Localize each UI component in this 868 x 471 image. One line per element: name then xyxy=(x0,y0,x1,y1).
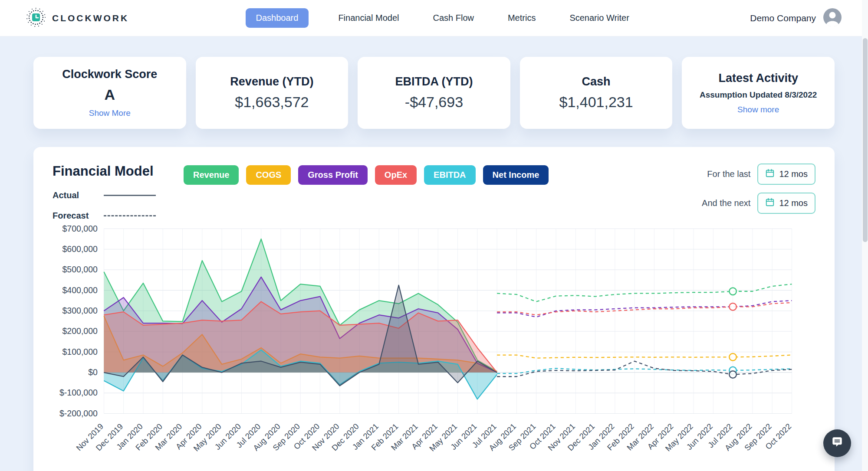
card-ebitda-ytd: EBITDA (YTD) -$47,693 xyxy=(358,57,510,129)
nav-tab-dashboard[interactable]: Dashboard xyxy=(246,8,309,28)
future-period-value: 12 mos xyxy=(779,198,808,208)
actual-label: Actual xyxy=(53,190,92,200)
past-period-label: For the last xyxy=(707,169,750,179)
svg-text:$300,000: $300,000 xyxy=(62,306,98,315)
clockwork-logo[interactable]: CLOCKWORK xyxy=(26,7,129,29)
clockwork-score-value: A xyxy=(105,86,115,103)
series-toggle-gross-profit[interactable]: Gross Profit xyxy=(298,165,368,185)
card-cash: Cash $1,401,231 xyxy=(520,57,673,129)
top-nav-bar: CLOCKWORK Dashboard Financial Model Cash… xyxy=(0,0,868,36)
future-period-label: And the next xyxy=(702,198,750,208)
series-toggle-opex[interactable]: OpEx xyxy=(375,165,417,185)
series-toggle-ebitda[interactable]: EBITDA xyxy=(424,165,475,185)
latest-activity-text: Assumption Updated 8/3/2022 xyxy=(700,90,817,100)
page-scrollbar[interactable] xyxy=(862,0,868,471)
ebitda-ytd-value: -$47,693 xyxy=(405,94,463,111)
scrollbar-thumb[interactable] xyxy=(863,38,868,242)
actual-line-sample xyxy=(104,195,156,196)
svg-text:$600,000: $600,000 xyxy=(62,244,98,254)
company-name: Demo Company xyxy=(750,13,816,23)
show-more-link[interactable]: Show more xyxy=(737,105,779,114)
clockwork-logo-icon xyxy=(26,7,46,29)
financial-model-chart: $-200,000$-100,000$0$100,000$200,000$300… xyxy=(53,223,815,471)
past-period-selector[interactable]: 12 mos xyxy=(757,164,815,185)
svg-text:$100,000: $100,000 xyxy=(62,347,98,357)
svg-text:$0: $0 xyxy=(88,367,98,377)
main-navigation: Dashboard Financial Model Cash Flow Metr… xyxy=(129,8,750,28)
svg-text:$400,000: $400,000 xyxy=(62,285,98,295)
nav-tab-cash-flow[interactable]: Cash Flow xyxy=(428,8,478,28)
card-title: Revenue (YTD) xyxy=(230,75,313,88)
card-clockwork-score: Clockwork Score A Show More xyxy=(33,57,186,129)
svg-text:$700,000: $700,000 xyxy=(62,224,98,233)
series-toggle-net-income[interactable]: Net Income xyxy=(483,165,549,185)
card-latest-activity: Latest Activity Assumption Updated 8/3/2… xyxy=(682,57,835,129)
nav-tab-scenario-writer[interactable]: Scenario Writer xyxy=(565,8,633,28)
card-title: Cash xyxy=(582,75,611,88)
user-avatar-icon[interactable] xyxy=(823,8,842,29)
series-toggle-row: Revenue COGS Gross Profit OpEx EBITDA Ne… xyxy=(184,165,549,185)
card-title: Clockwork Score xyxy=(62,68,157,81)
forecast-line-sample xyxy=(104,215,156,216)
period-controls: For the last 12 mos And the next xyxy=(702,164,815,214)
past-period-value: 12 mos xyxy=(779,169,808,179)
svg-text:$200,000: $200,000 xyxy=(62,326,98,336)
svg-text:$500,000: $500,000 xyxy=(62,265,98,274)
series-toggle-cogs[interactable]: COGS xyxy=(246,165,291,185)
card-revenue-ytd: Revenue (YTD) $1,663,572 xyxy=(196,57,349,129)
future-period-selector[interactable]: 12 mos xyxy=(757,193,815,214)
calendar-icon xyxy=(765,168,775,180)
card-title: EBITDA (YTD) xyxy=(395,75,473,88)
calendar-icon xyxy=(765,197,775,209)
kpi-card-row: Clockwork Score A Show More Revenue (YTD… xyxy=(33,57,835,129)
chat-launcher-button[interactable] xyxy=(823,429,851,457)
card-title: Latest Activity xyxy=(718,72,798,85)
nav-tab-financial-model[interactable]: Financial Model xyxy=(334,8,403,28)
show-more-link[interactable]: Show More xyxy=(89,108,131,118)
series-toggle-revenue[interactable]: Revenue xyxy=(184,165,239,185)
svg-text:$-200,000: $-200,000 xyxy=(59,409,98,418)
nav-tab-metrics[interactable]: Metrics xyxy=(503,8,540,28)
user-menu[interactable]: Demo Company xyxy=(750,8,842,29)
brand-wordmark: CLOCKWORK xyxy=(52,13,129,23)
forecast-label: Forecast xyxy=(53,211,92,221)
cash-value: $1,401,231 xyxy=(559,94,633,111)
financial-model-panel: Financial Model Actual Forecast Revenue … xyxy=(33,147,835,471)
svg-text:$-100,000: $-100,000 xyxy=(59,388,98,397)
actual-forecast-legend: Actual Forecast xyxy=(53,190,156,221)
financial-model-title: Financial Model xyxy=(53,164,156,179)
revenue-ytd-value: $1,663,572 xyxy=(235,94,309,111)
chart-canvas: $-200,000$-100,000$0$100,000$200,000$300… xyxy=(53,223,815,471)
chat-bubble-icon xyxy=(831,436,844,451)
